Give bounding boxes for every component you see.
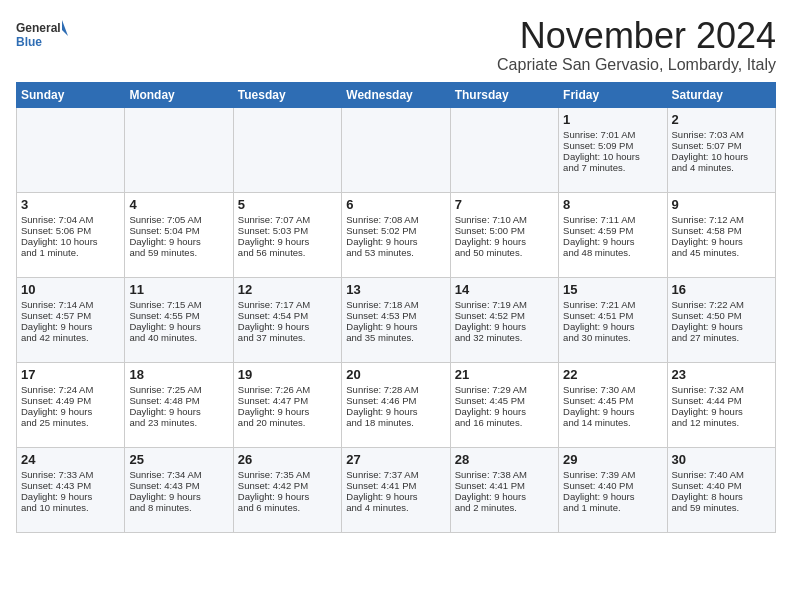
cell-w3-d3: 20Sunrise: 7:28 AMSunset: 4:46 PMDayligh…: [342, 362, 450, 447]
day-num-8: 8: [563, 197, 662, 212]
cell-w3-d6: 23Sunrise: 7:32 AMSunset: 4:44 PMDayligh…: [667, 362, 775, 447]
cell-text: Sunrise: 7:24 AM: [21, 384, 120, 395]
cell-text: Daylight: 9 hours: [21, 491, 120, 502]
cell-text: and 56 minutes.: [238, 247, 337, 258]
cell-text: Sunset: 4:46 PM: [346, 395, 445, 406]
cell-text: Sunrise: 7:07 AM: [238, 214, 337, 225]
cell-text: Sunset: 4:51 PM: [563, 310, 662, 321]
cell-text: and 45 minutes.: [672, 247, 771, 258]
cell-text: Sunset: 5:06 PM: [21, 225, 120, 236]
cell-w3-d5: 22Sunrise: 7:30 AMSunset: 4:45 PMDayligh…: [559, 362, 667, 447]
cell-text: Daylight: 9 hours: [346, 491, 445, 502]
cell-text: Daylight: 9 hours: [672, 321, 771, 332]
cell-text: Sunset: 4:53 PM: [346, 310, 445, 321]
cell-text: and 59 minutes.: [672, 502, 771, 513]
cell-text: and 20 minutes.: [238, 417, 337, 428]
cell-text: Sunrise: 7:34 AM: [129, 469, 228, 480]
cell-text: Sunrise: 7:12 AM: [672, 214, 771, 225]
cell-w3-d0: 17Sunrise: 7:24 AMSunset: 4:49 PMDayligh…: [17, 362, 125, 447]
day-num-25: 25: [129, 452, 228, 467]
cell-text: Sunrise: 7:30 AM: [563, 384, 662, 395]
cell-w0-d4: [450, 107, 558, 192]
cell-w2-d6: 16Sunrise: 7:22 AMSunset: 4:50 PMDayligh…: [667, 277, 775, 362]
cell-w4-d4: 28Sunrise: 7:38 AMSunset: 4:41 PMDayligh…: [450, 447, 558, 532]
day-num-15: 15: [563, 282, 662, 297]
header-monday: Monday: [125, 82, 233, 107]
cell-w4-d0: 24Sunrise: 7:33 AMSunset: 4:43 PMDayligh…: [17, 447, 125, 532]
day-num-26: 26: [238, 452, 337, 467]
cell-w0-d2: [233, 107, 341, 192]
header-wednesday: Wednesday: [342, 82, 450, 107]
cell-text: and 59 minutes.: [129, 247, 228, 258]
day-num-14: 14: [455, 282, 554, 297]
cell-text: Sunset: 4:40 PM: [672, 480, 771, 491]
cell-text: Sunset: 4:58 PM: [672, 225, 771, 236]
cell-text: Sunrise: 7:19 AM: [455, 299, 554, 310]
cell-text: Daylight: 9 hours: [21, 321, 120, 332]
day-num-30: 30: [672, 452, 771, 467]
cell-text: and 10 minutes.: [21, 502, 120, 513]
cell-text: and 25 minutes.: [21, 417, 120, 428]
cell-text: Daylight: 9 hours: [129, 321, 228, 332]
cell-w0-d0: [17, 107, 125, 192]
day-num-1: 1: [563, 112, 662, 127]
cell-w1-d1: 4Sunrise: 7:05 AMSunset: 5:04 PMDaylight…: [125, 192, 233, 277]
day-num-5: 5: [238, 197, 337, 212]
day-num-3: 3: [21, 197, 120, 212]
cell-w1-d5: 8Sunrise: 7:11 AMSunset: 4:59 PMDaylight…: [559, 192, 667, 277]
cell-text: Sunrise: 7:26 AM: [238, 384, 337, 395]
cell-w1-d4: 7Sunrise: 7:10 AMSunset: 5:00 PMDaylight…: [450, 192, 558, 277]
cell-text: Daylight: 9 hours: [455, 406, 554, 417]
cell-text: Sunset: 4:55 PM: [129, 310, 228, 321]
cell-text: Sunrise: 7:05 AM: [129, 214, 228, 225]
cell-text: and 14 minutes.: [563, 417, 662, 428]
cell-text: Sunrise: 7:33 AM: [21, 469, 120, 480]
day-num-19: 19: [238, 367, 337, 382]
day-num-20: 20: [346, 367, 445, 382]
day-num-17: 17: [21, 367, 120, 382]
day-num-18: 18: [129, 367, 228, 382]
title-area: November 2024 Capriate San Gervasio, Lom…: [497, 16, 776, 74]
cell-w2-d5: 15Sunrise: 7:21 AMSunset: 4:51 PMDayligh…: [559, 277, 667, 362]
cell-w1-d2: 5Sunrise: 7:07 AMSunset: 5:03 PMDaylight…: [233, 192, 341, 277]
day-num-10: 10: [21, 282, 120, 297]
day-num-2: 2: [672, 112, 771, 127]
cell-w4-d6: 30Sunrise: 7:40 AMSunset: 4:40 PMDayligh…: [667, 447, 775, 532]
day-num-28: 28: [455, 452, 554, 467]
cell-text: Daylight: 9 hours: [563, 321, 662, 332]
cell-w2-d0: 10Sunrise: 7:14 AMSunset: 4:57 PMDayligh…: [17, 277, 125, 362]
cell-text: Sunset: 5:00 PM: [455, 225, 554, 236]
cell-text: Sunrise: 7:21 AM: [563, 299, 662, 310]
cell-text: Sunrise: 7:40 AM: [672, 469, 771, 480]
cell-text: Sunrise: 7:08 AM: [346, 214, 445, 225]
cell-text: Daylight: 9 hours: [129, 491, 228, 502]
cell-text: Daylight: 9 hours: [21, 406, 120, 417]
cell-text: Daylight: 10 hours: [21, 236, 120, 247]
cell-text: Sunrise: 7:18 AM: [346, 299, 445, 310]
cell-w0-d6: 2Sunrise: 7:03 AMSunset: 5:07 PMDaylight…: [667, 107, 775, 192]
cell-text: and 2 minutes.: [455, 502, 554, 513]
cell-text: and 27 minutes.: [672, 332, 771, 343]
cell-text: and 32 minutes.: [455, 332, 554, 343]
cell-text: Sunset: 5:09 PM: [563, 140, 662, 151]
svg-text:Blue: Blue: [16, 35, 42, 49]
svg-marker-2: [62, 20, 68, 36]
day-num-21: 21: [455, 367, 554, 382]
cell-text: Sunrise: 7:11 AM: [563, 214, 662, 225]
cell-text: Daylight: 9 hours: [455, 236, 554, 247]
cell-w4-d3: 27Sunrise: 7:37 AMSunset: 4:41 PMDayligh…: [342, 447, 450, 532]
day-num-6: 6: [346, 197, 445, 212]
cell-text: Daylight: 9 hours: [238, 236, 337, 247]
cell-text: Sunrise: 7:10 AM: [455, 214, 554, 225]
cell-text: Daylight: 9 hours: [563, 406, 662, 417]
cell-text: Daylight: 8 hours: [672, 491, 771, 502]
cell-text: Sunset: 4:42 PM: [238, 480, 337, 491]
cell-text: Sunset: 4:48 PM: [129, 395, 228, 406]
cell-text: Sunrise: 7:17 AM: [238, 299, 337, 310]
header-sunday: Sunday: [17, 82, 125, 107]
cell-text: Sunset: 4:47 PM: [238, 395, 337, 406]
day-num-7: 7: [455, 197, 554, 212]
cell-w4-d5: 29Sunrise: 7:39 AMSunset: 4:40 PMDayligh…: [559, 447, 667, 532]
cell-w0-d1: [125, 107, 233, 192]
cell-text: Sunrise: 7:01 AM: [563, 129, 662, 140]
